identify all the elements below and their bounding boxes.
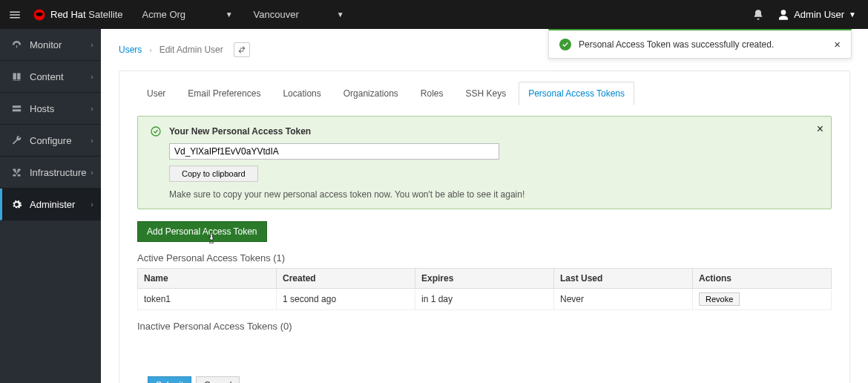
chevron-right-icon: › — [149, 46, 151, 54]
tabs: User Email Preferences Locations Organiz… — [137, 82, 832, 105]
tab-locations[interactable]: Locations — [273, 82, 330, 105]
th-actions: Actions — [693, 269, 832, 289]
cell-actions: Revoke — [693, 289, 832, 310]
tab-personal-access-tokens[interactable]: Personal Access Tokens — [519, 82, 634, 105]
tab-ssh-keys[interactable]: SSH Keys — [456, 82, 516, 105]
network-icon — [10, 166, 22, 178]
cell-name: token1 — [138, 289, 277, 310]
user-icon — [777, 9, 789, 21]
hamburger-icon — [8, 8, 22, 22]
redhat-logo-icon — [33, 8, 46, 22]
sidebar-item-label: Monitor — [30, 39, 62, 50]
sidebar-item-label: Administer — [30, 199, 75, 210]
swap-icon — [237, 45, 246, 54]
breadcrumb-current: Edit Admin User — [160, 45, 223, 55]
table-header-row: Name Created Expires Last Used Actions — [138, 269, 832, 289]
chevron-right-icon: › — [91, 168, 93, 177]
tab-email-preferences[interactable]: Email Preferences — [178, 82, 270, 105]
chevron-right-icon: › — [91, 200, 93, 209]
toast-close-button[interactable]: × — [834, 38, 841, 50]
table-row: token1 1 second ago in 1 day Never Revok… — [138, 289, 832, 310]
success-toast: Personal Access Token was successfully c… — [548, 29, 852, 59]
book-icon — [10, 71, 22, 82]
sidebar-item-infrastructure[interactable]: Infrastructure › — [0, 157, 101, 189]
chevron-right-icon: › — [91, 40, 93, 49]
menu-toggle[interactable] — [0, 0, 30, 29]
brand: Red Hat Satellite — [33, 8, 123, 22]
location-dropdown[interactable]: Vancouver ▼ — [243, 0, 355, 29]
dashboard-icon — [10, 39, 22, 50]
cancel-button[interactable]: Cancel — [196, 376, 240, 383]
sidebar: Monitor › Content › Hosts › Configure › … — [0, 29, 101, 383]
notifications-button[interactable] — [743, 0, 773, 29]
new-token-banner: × Your New Personal Access Token Copy to… — [137, 116, 832, 209]
content-card: User Email Preferences Locations Organiz… — [119, 71, 850, 383]
check-circle-icon — [150, 125, 162, 137]
sidebar-item-configure[interactable]: Configure › — [0, 125, 101, 157]
inactive-tokens-heading: Inactive Personal Access Tokens (0) — [137, 321, 832, 332]
sidebar-item-label: Content — [30, 71, 64, 82]
org-label: Acme Org — [142, 9, 186, 20]
token-value-input[interactable] — [169, 143, 499, 160]
close-banner-button[interactable]: × — [817, 122, 823, 136]
banner-title-text: Your New Personal Access Token — [169, 126, 311, 137]
svg-point-1 — [36, 12, 43, 16]
active-tokens-table: Name Created Expires Last Used Actions t… — [137, 268, 832, 310]
server-icon — [10, 102, 22, 114]
location-label: Vancouver — [254, 9, 299, 20]
th-created: Created — [277, 269, 415, 289]
brand-light: Satellite — [88, 9, 122, 20]
check-icon — [559, 39, 571, 50]
sidebar-item-label: Infrastructure — [30, 167, 87, 178]
sidebar-item-label: Hosts — [30, 103, 54, 114]
chevron-right-icon: › — [91, 104, 93, 113]
th-name: Name — [138, 269, 277, 289]
banner-title: Your New Personal Access Token — [150, 125, 819, 137]
chevron-right-icon: › — [91, 136, 93, 145]
tab-organizations[interactable]: Organizations — [334, 82, 408, 105]
topbar: Red Hat Satellite Acme Org ▼ Vancouver ▼… — [0, 0, 868, 29]
org-dropdown[interactable]: Acme Org ▼ — [132, 0, 243, 29]
submit-button[interactable]: Submit — [148, 376, 191, 383]
bell-icon — [752, 9, 764, 21]
sidebar-item-monitor[interactable]: Monitor › — [0, 29, 101, 61]
copy-to-clipboard-button[interactable]: Copy to clipboard — [169, 166, 258, 182]
cursor-icon — [206, 233, 217, 245]
main-content: Users › Edit Admin User User Email Prefe… — [101, 29, 868, 383]
caret-down-icon: ▼ — [849, 10, 856, 19]
th-expires: Expires — [415, 269, 554, 289]
sidebar-item-hosts[interactable]: Hosts › — [0, 93, 101, 125]
tab-user[interactable]: User — [137, 82, 175, 105]
th-last-used: Last Used — [554, 269, 693, 289]
user-label: Admin User — [794, 9, 844, 20]
user-dropdown[interactable]: Admin User ▼ — [773, 0, 868, 29]
sidebar-item-content[interactable]: Content › — [0, 61, 101, 93]
wrench-icon — [10, 134, 22, 146]
cell-created: 1 second ago — [277, 289, 415, 310]
chevron-right-icon: › — [91, 72, 93, 81]
breadcrumb-switcher[interactable] — [234, 42, 250, 57]
sidebar-item-administer[interactable]: Administer › — [0, 189, 101, 220]
caret-down-icon: ▼ — [337, 10, 344, 19]
topbar-right: Admin User ▼ — [743, 0, 868, 29]
tab-roles[interactable]: Roles — [411, 82, 453, 105]
add-personal-access-token-button[interactable]: Add Personal Access Token — [137, 221, 267, 242]
toast-message: Personal Access Token was successfully c… — [579, 39, 774, 50]
brand-strong: Red Hat — [50, 9, 86, 20]
active-tokens-heading: Active Personal Access Tokens (1) — [137, 252, 832, 263]
sidebar-item-label: Configure — [30, 135, 71, 146]
form-actions: Submit Cancel — [148, 376, 832, 383]
cell-expires: in 1 day — [415, 289, 554, 310]
breadcrumb-root[interactable]: Users — [119, 45, 142, 55]
banner-note: Make sure to copy your new personal acce… — [169, 189, 819, 200]
svg-point-2 — [151, 127, 160, 136]
revoke-button[interactable]: Revoke — [699, 292, 740, 306]
caret-down-icon: ▼ — [226, 10, 233, 19]
cell-last-used: Never — [554, 289, 693, 310]
brand-text: Red Hat Satellite — [50, 9, 123, 20]
gear-icon — [10, 198, 22, 210]
